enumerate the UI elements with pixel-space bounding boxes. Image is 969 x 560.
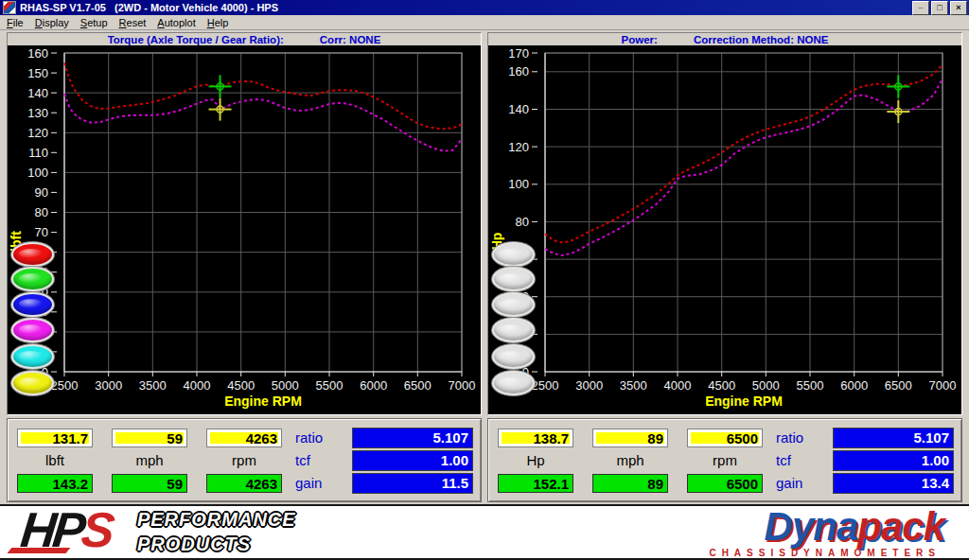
torque-run-button-3[interactable]	[11, 292, 54, 317]
torque-run-button-4[interactable]	[11, 318, 54, 342]
menu-item-file[interactable]: File	[1, 16, 29, 29]
svg-text:7000: 7000	[929, 378, 957, 393]
unit-label: mph	[112, 451, 187, 470]
svg-text:120: 120	[508, 140, 529, 154]
torque-run-button-5[interactable]	[11, 344, 54, 369]
menu-item-setup[interactable]: Setup	[75, 16, 114, 29]
green-cursor	[887, 75, 909, 97]
side-value-ratio: 5.107	[833, 428, 954, 448]
cursor-value-green: 143.2	[17, 474, 93, 493]
power-run-button-1[interactable]	[492, 242, 535, 267]
side-label-gain: gain	[295, 474, 344, 493]
gridlines	[545, 53, 943, 372]
cursor-value-yellow: 6500	[687, 429, 763, 447]
x-axis-labels: 2500300035004000450050005500600065007000	[51, 372, 476, 393]
ratio-tcf-gain-grid: ratio5.107tcf1.00gain13.4	[776, 429, 954, 493]
svg-text:6500: 6500	[404, 378, 432, 393]
torque-run-button-2[interactable]	[11, 267, 54, 291]
series-red-run	[64, 63, 462, 130]
yellow-cursor	[887, 100, 909, 123]
titlebar: RHAS-SP V1.7-05 (2WD - Motor Vehicle 400…	[0, 0, 969, 15]
torque-chart-area[interactable]: 0102030405060708090100110120130140150160…	[8, 45, 481, 414]
cursor-value-yellow: 89	[592, 429, 668, 447]
unit-label: lbft	[17, 451, 93, 470]
unit-label: rpm	[687, 451, 763, 470]
svg-text:160: 160	[508, 64, 529, 79]
svg-text:6000: 6000	[360, 378, 387, 393]
svg-text:130: 130	[27, 106, 48, 120]
power-run-button-6[interactable]	[492, 371, 535, 395]
hps-products-text: PRODUCTS	[137, 534, 296, 555]
hps-performance-text: PERFORMANCE	[137, 509, 296, 531]
side-label-tcf: tcf	[295, 451, 344, 470]
unit-label: rpm	[206, 451, 282, 470]
svg-text:90: 90	[35, 185, 48, 200]
power-chart-svg: 0204060801001201401601702500300035004000…	[488, 45, 958, 414]
ratio-tcf-gain-grid: ratio5.107tcf1.00gain11.5	[295, 429, 473, 493]
restore-icon: □	[937, 4, 942, 12]
minimize-button[interactable]: _	[912, 1, 929, 15]
cursor-value-green: 89	[592, 474, 668, 493]
x-axis-title: Engine RPM	[705, 394, 783, 409]
svg-text:6500: 6500	[885, 378, 912, 393]
torque-chart-header: Torque (Axle Torque / Gear Ratio): Corr:…	[8, 33, 481, 45]
menu-item-display[interactable]: Display	[29, 16, 75, 29]
series-red-run	[545, 64, 943, 242]
dyna-blue-text: Dyna	[765, 504, 858, 549]
power-run-button-4[interactable]	[492, 318, 535, 342]
menu-item-help[interactable]: Help	[202, 16, 235, 29]
cursor-value-yellow: 138.7	[498, 429, 573, 447]
power-chart-area[interactable]: 0204060801001201401601702500300035004000…	[488, 45, 961, 414]
power-chart-title: Power:	[622, 34, 658, 45]
x-axis-labels: 2500300035004000450050005500600065007000	[532, 372, 957, 393]
cursor-value-yellow: 59	[112, 429, 187, 447]
svg-text:2500: 2500	[532, 378, 559, 393]
close-button[interactable]: ×	[950, 1, 967, 15]
side-label-gain: gain	[776, 474, 825, 493]
svg-text:3000: 3000	[95, 378, 122, 393]
hps-mark: HPS	[16, 509, 122, 554]
svg-text:5500: 5500	[316, 378, 344, 393]
torque-run-button-6[interactable]	[11, 371, 54, 395]
logo-strip: HPS PERFORMANCE PRODUCTS Dynapack CHASSI…	[0, 504, 969, 560]
hps-logo: HPS PERFORMANCE PRODUCTS	[19, 509, 296, 555]
dynamometers-text: DYNAMOMETERS	[791, 548, 941, 558]
cursor-value-yellow: 131.7	[17, 429, 93, 447]
svg-text:110: 110	[28, 146, 48, 160]
side-label-tcf: tcf	[776, 451, 825, 470]
power-correction-label: Correction Method: NONE	[694, 34, 828, 45]
dynapack-subtitle: CHASSIS DYNAMOMETERS	[618, 548, 944, 558]
close-icon: ×	[956, 4, 960, 12]
power-run-button-5[interactable]	[492, 344, 535, 369]
series-magenta-run	[545, 79, 943, 255]
cursor-value-green: 59	[112, 474, 187, 493]
unit-label: Hp	[498, 451, 573, 470]
readout-grid: 138.7896500Hpmphrpm152.1896500	[498, 429, 763, 493]
dynapack-logo: Dynapack CHASSIS DYNAMOMETERS	[618, 507, 944, 558]
hps-red-swoosh	[7, 549, 70, 554]
cursor-value-yellow: 4263	[206, 429, 282, 447]
app-window: RHAS-SP V1.7-05 (2WD - Motor Vehicle 400…	[0, 0, 969, 560]
menu-item-autoplot[interactable]: Autoplot	[151, 16, 201, 29]
svg-text:100: 100	[508, 177, 529, 191]
minimize-icon: _	[918, 1, 923, 9]
svg-text:3500: 3500	[139, 378, 167, 393]
svg-text:150: 150	[27, 66, 48, 80]
window-title: RHAS-SP V1.7-05 (2WD - Motor Vehicle 400…	[20, 2, 910, 13]
svg-text:5000: 5000	[752, 378, 780, 393]
power-panel: Power: Correction Method: NONE 020406080…	[487, 32, 962, 415]
svg-text:170: 170	[508, 46, 529, 61]
svg-text:6000: 6000	[840, 378, 868, 393]
menu-item-reset[interactable]: Reset	[114, 16, 152, 29]
svg-text:80: 80	[516, 215, 529, 229]
svg-text:160: 160	[27, 46, 48, 61]
menubar: FileDisplaySetupResetAutoplotHelp	[0, 15, 969, 30]
power-run-button-3[interactable]	[492, 292, 535, 317]
torque-run-button-1[interactable]	[11, 242, 54, 267]
torque-chart-title: Torque (Axle Torque / Gear Ratio):	[108, 34, 284, 45]
x-axis-title: Engine RPM	[224, 394, 302, 409]
restore-button[interactable]: □	[931, 1, 948, 15]
power-run-button-2[interactable]	[492, 267, 535, 291]
svg-text:4500: 4500	[227, 378, 255, 393]
hps-words: PERFORMANCE PRODUCTS	[137, 509, 296, 555]
